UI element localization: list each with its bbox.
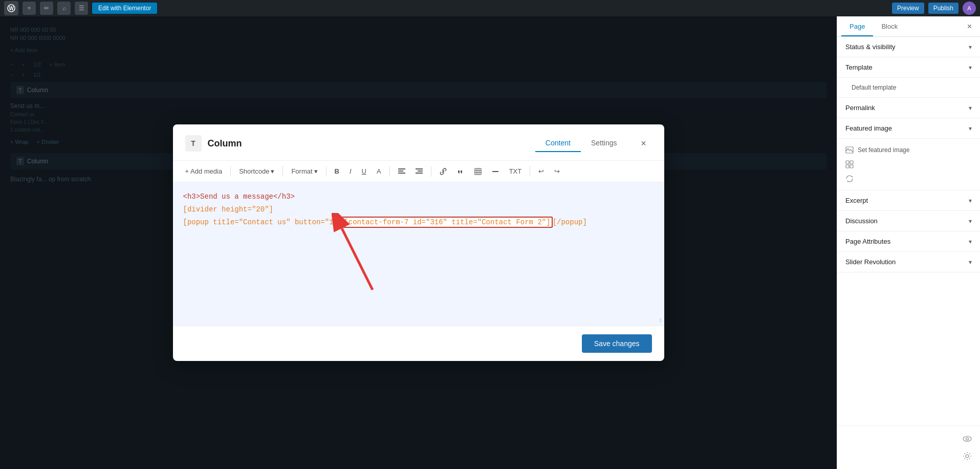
chevron-down-icon-3: ▾ bbox=[969, 104, 972, 112]
svg-point-22 bbox=[963, 436, 971, 441]
svg-point-23 bbox=[966, 438, 969, 440]
edit-with-elementor-button[interactable]: Edit with Elementor bbox=[92, 3, 157, 14]
svg-point-24 bbox=[966, 455, 969, 458]
grid-icon bbox=[845, 160, 854, 168]
toolbar-sep-5 bbox=[431, 166, 431, 177]
svg-rect-13 bbox=[492, 171, 498, 172]
set-featured-label[interactable]: Set featured image bbox=[858, 146, 909, 154]
chevron-down-icon-4: ▾ bbox=[969, 125, 972, 132]
chevron-down-icon-2: ▾ bbox=[969, 64, 972, 71]
underline-button[interactable]: U bbox=[358, 165, 371, 178]
editor-canvas: NR 000 000 00 00 NR 00 000 0000 0000 + A… bbox=[0, 16, 837, 469]
modal-title: Column bbox=[208, 138, 535, 149]
modal-header: T Column Content Settings × bbox=[173, 124, 664, 161]
toolbar-sep-3 bbox=[326, 166, 326, 177]
txt-button[interactable]: TXT bbox=[505, 165, 526, 178]
code-line-2: [divider height="20"] bbox=[183, 203, 654, 216]
highlighted-shortcode: [contact-form-7 id="316" title="Contact … bbox=[342, 217, 552, 228]
svg-rect-18 bbox=[846, 161, 849, 164]
svg-rect-2 bbox=[398, 168, 405, 169]
sidebar-settings-icon[interactable] bbox=[963, 452, 972, 461]
sidebar-tabs: Page Block × bbox=[837, 16, 980, 37]
color-button[interactable]: A bbox=[373, 165, 385, 178]
edit-icon[interactable]: ✏ bbox=[40, 2, 53, 15]
svg-text:W: W bbox=[9, 6, 14, 11]
tab-page[interactable]: Page bbox=[841, 16, 873, 36]
preview-button[interactable]: Preview bbox=[892, 3, 924, 14]
svg-rect-19 bbox=[850, 161, 853, 164]
italic-button[interactable]: I bbox=[345, 165, 356, 178]
svg-rect-7 bbox=[416, 173, 423, 174]
modal-toolbar: + Add media Shortcode ▾ Format ▾ B bbox=[173, 161, 664, 182]
sidebar-discussion[interactable]: Discussion ▾ bbox=[837, 211, 980, 231]
modal-editor-area[interactable]: <h3>Send us a message</h3> [divider heig… bbox=[173, 182, 664, 326]
column-editor-modal: T Column Content Settings × + Add media bbox=[173, 124, 664, 361]
format-dropdown[interactable]: Format ▾ bbox=[287, 165, 321, 178]
tab-content[interactable]: Content bbox=[535, 135, 581, 152]
svg-rect-4 bbox=[398, 173, 405, 174]
sidebar-permalink[interactable]: Permalink ▾ bbox=[837, 98, 980, 118]
wp-logo-icon[interactable]: W bbox=[4, 1, 18, 15]
redo-button[interactable]: ↪ bbox=[550, 165, 564, 178]
publish-button[interactable]: Publish bbox=[928, 3, 959, 14]
table-button[interactable] bbox=[470, 165, 486, 178]
toolbar-sep-4 bbox=[389, 166, 390, 177]
sidebar-status-visibility[interactable]: Status & visibility ▾ bbox=[837, 37, 980, 57]
refresh-icon bbox=[845, 175, 854, 183]
add-new-icon[interactable]: + bbox=[23, 2, 36, 15]
svg-rect-21 bbox=[850, 165, 853, 168]
svg-rect-5 bbox=[416, 168, 423, 169]
modal-backdrop: T Column Content Settings × + Add media bbox=[0, 16, 837, 469]
sidebar-close-button[interactable]: × bbox=[963, 16, 976, 36]
tab-block[interactable]: Block bbox=[873, 16, 906, 36]
sidebar-featured-image[interactable]: Featured image ▾ bbox=[837, 118, 980, 139]
sidebar-page-attributes[interactable]: Page Attributes ▾ bbox=[837, 231, 980, 252]
chevron-down-icon: ▾ bbox=[969, 44, 972, 51]
code-line-1: <h3>Send us a message</h3> bbox=[183, 190, 654, 203]
search-icon[interactable]: ⌕ bbox=[57, 2, 71, 15]
tab-settings[interactable]: Settings bbox=[581, 135, 627, 152]
modal-footer: Save changes bbox=[173, 326, 664, 361]
sidebar-excerpt[interactable]: Excerpt ▾ bbox=[837, 190, 980, 211]
svg-rect-8 bbox=[475, 168, 481, 175]
chevron-down-icon-6: ▾ bbox=[969, 218, 972, 225]
list-icon[interactable]: ☰ bbox=[75, 2, 88, 15]
admin-bar: W + ✏ ⌕ ☰ Edit with Elementor Preview Pu… bbox=[0, 0, 980, 16]
modal-block-icon: T bbox=[185, 135, 202, 152]
chevron-down-icon-8: ▾ bbox=[969, 259, 972, 266]
sidebar-default-template[interactable]: Default template bbox=[837, 78, 980, 98]
quote-button[interactable] bbox=[453, 165, 468, 178]
avatar[interactable]: A bbox=[963, 2, 976, 15]
align-right-button[interactable] bbox=[411, 165, 427, 178]
svg-line-15 bbox=[342, 228, 373, 290]
chevron-down-icon-7: ▾ bbox=[969, 238, 972, 245]
sidebar-slider-revolution[interactable]: Slider Revolution ▾ bbox=[837, 252, 980, 272]
resize-handle[interactable]: ↕ bbox=[659, 316, 662, 324]
right-sidebar: Page Block × Status & visibility ▾ Templ… bbox=[837, 16, 980, 469]
toolbar-sep-2 bbox=[282, 166, 283, 177]
undo-button[interactable]: ↩ bbox=[534, 165, 548, 178]
add-media-button[interactable]: + Add media bbox=[181, 165, 227, 178]
svg-point-17 bbox=[847, 148, 848, 150]
more-button[interactable] bbox=[488, 165, 503, 178]
toolbar-sep-6 bbox=[530, 166, 530, 177]
shortcode-dropdown[interactable]: Shortcode ▾ bbox=[235, 165, 278, 178]
modal-tabs: Content Settings bbox=[535, 135, 627, 152]
link-button[interactable] bbox=[435, 165, 451, 178]
sidebar-template[interactable]: Template ▾ bbox=[837, 57, 980, 78]
svg-rect-20 bbox=[846, 165, 849, 168]
chevron-down-icon-5: ▾ bbox=[969, 197, 972, 204]
align-left-button[interactable] bbox=[394, 165, 409, 178]
save-changes-button[interactable]: Save changes bbox=[582, 334, 652, 353]
featured-image-icons: Set featured image bbox=[837, 139, 980, 190]
svg-rect-3 bbox=[398, 170, 403, 172]
toolbar-sep-1 bbox=[230, 166, 231, 177]
sidebar-eye-icon[interactable] bbox=[963, 434, 972, 443]
svg-rect-6 bbox=[418, 170, 423, 172]
bold-button[interactable]: B bbox=[331, 165, 343, 178]
image-icon bbox=[845, 146, 854, 154]
modal-close-button[interactable]: × bbox=[636, 135, 652, 152]
code-line-3: [popup title="Contact us" button="1"][co… bbox=[183, 216, 654, 229]
